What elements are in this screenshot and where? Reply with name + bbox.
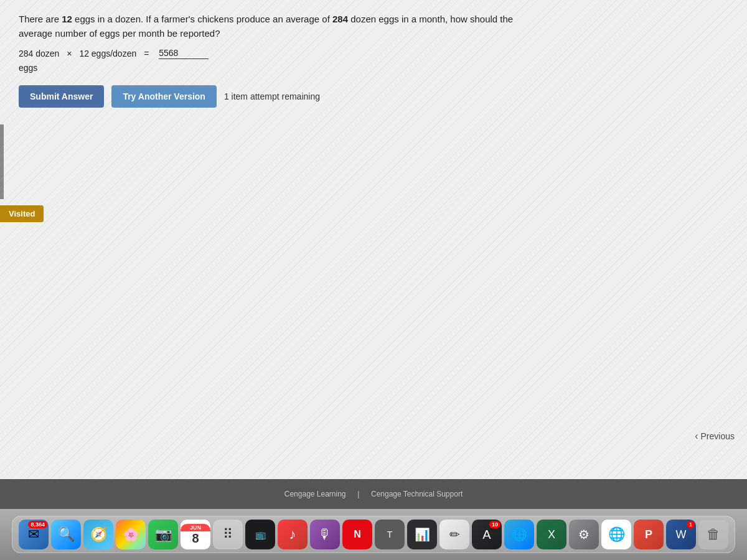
word-badge: 1 xyxy=(687,521,695,528)
buttons-row: Submit Answer Try Another Version 1 item… xyxy=(19,85,728,108)
question-text: There are 12 eggs in a dozen. If a farme… xyxy=(19,12,548,40)
dock-netflix-icon[interactable]: N xyxy=(342,520,372,549)
footer-link1[interactable]: Cengage Learning xyxy=(284,490,346,498)
mail-badge: 8,364 xyxy=(28,521,47,528)
syspref-badge: 10 xyxy=(489,521,500,528)
equation-row: 284 dozen × 12 eggs/dozen = 5568 xyxy=(19,48,728,59)
dock-sysprefs-icon[interactable]: ⚙ xyxy=(569,520,599,549)
dock-music-icon[interactable]: ♪ xyxy=(278,520,308,549)
footer-bar: Cengage Learning | Cengage Technical Sup… xyxy=(0,479,747,509)
dock-area: ✉ 8,364 🔍 🧭 🌸 📷 JUN 8 ⠿ 📺 xyxy=(0,509,747,560)
footer-link2[interactable]: Cengage Technical Support xyxy=(371,490,463,498)
dock-podcast-icon[interactable]: 🎙 xyxy=(310,520,340,549)
dock-accessibility-icon[interactable]: A 10 xyxy=(472,520,502,549)
equation: 284 dozen × 12 eggs/dozen = 5568 xyxy=(19,48,211,59)
dock-calendar-icon[interactable]: JUN 8 xyxy=(181,520,210,549)
calendar-month: JUN xyxy=(181,524,210,531)
dock-facetime-icon[interactable]: 📷 xyxy=(148,520,178,549)
previous-label: Previous xyxy=(701,431,735,441)
dock-p-icon[interactable]: P xyxy=(634,520,664,549)
equation-symbol: × xyxy=(67,49,72,58)
bold-12: 12 xyxy=(62,14,72,24)
dock-globe-icon[interactable]: 🌐 xyxy=(504,520,534,549)
equation-equals: = xyxy=(144,49,149,58)
dock-photos-icon[interactable]: 🌸 xyxy=(116,520,146,549)
previous-button[interactable]: ‹ Previous xyxy=(695,431,735,442)
footer-links: Cengage Learning | Cengage Technical Sup… xyxy=(281,490,466,498)
attempt-remaining-text: 1 item attempt remaining xyxy=(224,91,320,101)
dock-stats-icon[interactable]: 📊 xyxy=(407,520,437,549)
left-sidebar-indicator xyxy=(0,124,4,199)
bold-284: 284 xyxy=(332,14,348,24)
main-content: There are 12 eggs in a dozen. If a farme… xyxy=(0,0,747,479)
equation-part1: 284 dozen xyxy=(19,49,59,58)
dock-pen-icon[interactable]: ✏ xyxy=(439,520,469,549)
dock-appletv-icon[interactable]: 📺 xyxy=(245,520,275,549)
dock-trash-icon[interactable]: 🗑 xyxy=(698,520,728,549)
dock-mail-icon[interactable]: ✉ 8,364 xyxy=(19,520,49,549)
dock-bar: ✉ 8,364 🔍 🧭 🌸 📷 JUN 8 ⠿ 📺 xyxy=(12,516,735,553)
dock-safari-icon[interactable]: 🧭 xyxy=(83,520,113,549)
try-another-version-button[interactable]: Try Another Version xyxy=(111,85,217,108)
dock-finder-icon[interactable]: 🔍 xyxy=(51,520,81,549)
chevron-left-icon: ‹ xyxy=(695,431,698,442)
visited-tab[interactable]: Visited xyxy=(0,205,44,222)
dock-notch-icon[interactable]: T xyxy=(375,520,405,549)
equation-answer: 5568 xyxy=(159,48,209,59)
dock-excel-icon[interactable]: X xyxy=(537,520,566,549)
footer-separator: | xyxy=(357,490,359,498)
dock-chrome-icon[interactable]: 🌐 xyxy=(601,520,631,549)
submit-answer-button[interactable]: Submit Answer xyxy=(19,85,104,108)
dock-word-icon[interactable]: W 1 xyxy=(666,520,696,549)
dock-launchpad-icon[interactable]: ⠿ xyxy=(213,520,243,549)
calendar-day: 8 xyxy=(192,531,199,546)
unit-text: eggs xyxy=(19,63,728,73)
equation-part2: 12 eggs/dozen xyxy=(79,49,136,58)
